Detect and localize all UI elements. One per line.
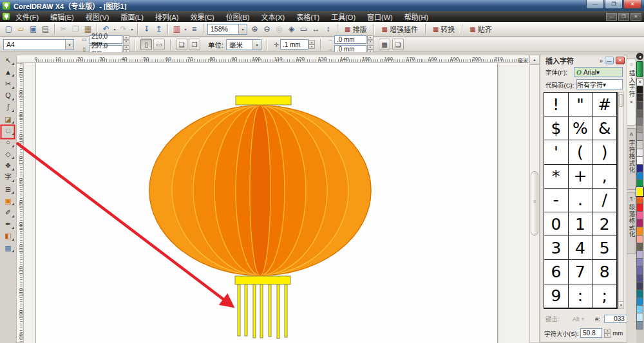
menu-item[interactable]: 排列(A) xyxy=(149,11,185,23)
zoom-out-button[interactable]: ⊖ xyxy=(261,23,273,35)
mdi-minimize-button[interactable]: — xyxy=(606,13,617,21)
character-cell[interactable]: ; xyxy=(592,284,617,308)
current-page-button[interactable]: ❐ xyxy=(189,39,200,50)
lantern-tassel[interactable] xyxy=(238,284,240,336)
lantern-top-cap[interactable] xyxy=(236,96,291,105)
character-cell[interactable]: 3 xyxy=(544,236,569,260)
dropdown-arrow-icon[interactable]: ▾ xyxy=(238,24,247,34)
zoom-tool[interactable]: Q xyxy=(1,90,15,102)
docker-tab[interactable]: A字符格式化 xyxy=(627,128,636,190)
dropdown-arrow-icon[interactable]: ▾ xyxy=(252,40,261,50)
text-tool[interactable]: 字 xyxy=(1,172,15,183)
character-cell[interactable]: ! xyxy=(544,93,569,116)
fill-tool[interactable]: ◧ xyxy=(1,230,15,242)
docker-tab[interactable]: ¶段落格式化 xyxy=(627,192,636,254)
menu-item[interactable]: 位图(B) xyxy=(220,11,256,23)
open-button[interactable]: ▱ xyxy=(15,23,27,35)
menu-item[interactable]: 文件(F) xyxy=(10,11,44,23)
docker-close-button[interactable]: ✕ xyxy=(616,57,625,64)
chevron-icon[interactable]: » xyxy=(599,57,603,64)
polygon-tool[interactable]: ◇ xyxy=(1,149,15,160)
character-cell[interactable]: & xyxy=(592,116,617,140)
docker-tab[interactable]: ☆插入字符✕ xyxy=(627,59,636,125)
docker-minimize-button[interactable]: — xyxy=(605,57,614,64)
duplicate-x-field[interactable]: .0 mm xyxy=(334,35,366,44)
application-launcher-button-dropdown[interactable]: ▾ xyxy=(183,27,188,32)
convert-button[interactable]: ▦转换 xyxy=(428,23,459,35)
character-cell[interactable]: ) xyxy=(592,140,617,164)
paper-preset-combo[interactable]: A4 ▾ xyxy=(3,39,74,50)
palette-scrollbar-thumb[interactable] xyxy=(636,61,643,77)
character-cell[interactable]: $ xyxy=(544,116,569,140)
scrollbar-thumb[interactable] xyxy=(619,94,623,107)
redo-button-dropdown[interactable]: ▾ xyxy=(129,27,135,32)
portrait-button[interactable]: ▯ xyxy=(140,39,152,50)
zoom-all-objects-button[interactable]: ◈ xyxy=(285,23,298,35)
dropdown-arrow-icon[interactable]: ▾ xyxy=(596,69,600,76)
character-cell[interactable]: 7 xyxy=(569,260,593,284)
typesetting-button[interactable]: ▦排版 xyxy=(340,23,371,35)
all-pages-button[interactable]: ❏ xyxy=(176,39,187,50)
print-button[interactable]: ▤ xyxy=(39,23,52,35)
scrollbar-thumb[interactable] xyxy=(531,171,538,236)
canvas-viewport[interactable] xyxy=(24,63,529,343)
duplicate-x-spinner[interactable]: ▴▾ xyxy=(367,35,374,44)
zoom-level-combo[interactable]: 158% ▾ xyxy=(207,24,247,35)
welcome-screen-button[interactable]: ≡ xyxy=(188,23,200,35)
lantern-tassel[interactable] xyxy=(253,284,256,338)
freehand-tool[interactable]: ∫ xyxy=(1,102,15,113)
character-cell[interactable]: * xyxy=(544,165,569,189)
bounding-box-button[interactable]: ❏ xyxy=(392,39,404,50)
zoom-page-button[interactable]: ▭ xyxy=(298,23,310,35)
character-cell[interactable]: ' xyxy=(544,140,569,164)
basic-shapes-tool[interactable]: ❖ xyxy=(1,160,15,172)
character-cell[interactable]: + xyxy=(569,165,593,189)
character-cell[interactable]: 9 xyxy=(544,284,569,308)
nudge-offset-field[interactable]: .1 mm xyxy=(280,39,308,50)
character-grid-scrollbar[interactable]: ▼ xyxy=(618,92,624,309)
horizontal-ruler[interactable]: 毫米 0102030405060708090100110120130140150… xyxy=(16,55,529,63)
lantern-segment[interactable] xyxy=(250,106,270,275)
font-combo[interactable]: O Arial ▾ xyxy=(574,67,623,77)
mdi-close-button[interactable]: ✕ xyxy=(630,13,641,21)
character-size-spinner[interactable]: ▴▾ xyxy=(604,329,611,338)
character-cell[interactable]: # xyxy=(592,93,617,116)
character-cell[interactable]: 4 xyxy=(569,236,593,260)
scroll-up-button[interactable]: ▲ xyxy=(530,55,539,65)
zoom-page-width-button[interactable]: ↔ xyxy=(310,23,322,35)
import-button[interactable]: ↧ xyxy=(140,23,153,35)
lantern-drawing[interactable] xyxy=(24,63,529,343)
lantern-tassel[interactable] xyxy=(260,284,263,338)
treat-as-filled-button[interactable]: ▩ xyxy=(379,39,390,50)
character-cell[interactable]: 6 xyxy=(544,260,569,284)
close-icon[interactable]: ✕ xyxy=(630,100,634,105)
rectangle-tool[interactable]: □ xyxy=(1,125,15,136)
undo-button-dropdown[interactable]: ▾ xyxy=(112,27,117,32)
dropdown-arrow-icon[interactable]: ▾ xyxy=(603,81,606,88)
snap-to-button[interactable]: ▦贴齐 xyxy=(465,23,496,35)
menu-item[interactable]: 视图(V) xyxy=(80,11,115,23)
crop-tool[interactable]: ✂ xyxy=(1,78,15,89)
lantern-tassel[interactable] xyxy=(285,284,287,337)
character-cell[interactable]: % xyxy=(569,116,593,140)
menu-item[interactable]: 窗口(W) xyxy=(361,11,399,23)
shape-tool[interactable]: ▲ xyxy=(1,66,15,78)
eyedropper-tool[interactable]: ✐ xyxy=(1,207,15,218)
character-cell[interactable]: 1 xyxy=(569,212,593,236)
color-swatch[interactable] xyxy=(636,321,643,329)
menu-item[interactable]: 效果(C) xyxy=(185,11,220,23)
menu-item[interactable]: 帮助(H) xyxy=(399,11,434,23)
paper-width-spinner[interactable]: ▴▾ xyxy=(123,35,129,44)
character-cell[interactable]: - xyxy=(544,189,569,212)
character-cell[interactable]: 2 xyxy=(592,212,617,236)
mdi-restore-button[interactable]: ❐ xyxy=(618,13,629,21)
character-cell[interactable]: " xyxy=(569,93,593,116)
menu-item[interactable]: 版面(L) xyxy=(115,11,149,23)
character-cell[interactable]: . xyxy=(569,189,593,212)
color-swatch[interactable] xyxy=(636,187,643,196)
units-combo[interactable]: 毫米 ▾ xyxy=(226,39,261,50)
keystroke-value-field[interactable]: 033 xyxy=(604,315,627,323)
scroll-down-button[interactable]: ▼ xyxy=(619,301,623,308)
character-cell[interactable]: 8 xyxy=(592,260,617,284)
close-button[interactable]: ✕ xyxy=(623,0,641,9)
